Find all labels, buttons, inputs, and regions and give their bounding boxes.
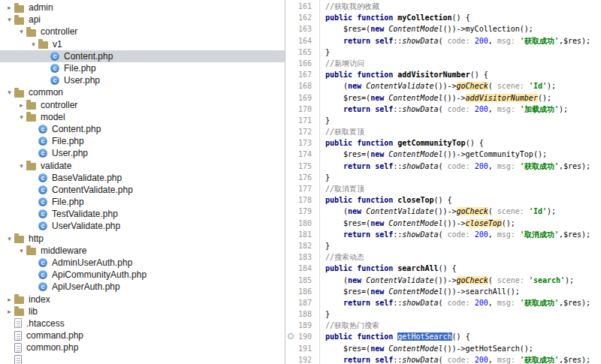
code-line[interactable]: public function closeTop() { xyxy=(320,194,601,206)
tree-item-model[interactable]: ▾model xyxy=(0,111,285,123)
line-number[interactable]: 188 xyxy=(285,308,319,320)
code-line[interactable]: $res=(new ContentModel())->closeTop(); xyxy=(320,218,601,229)
tree-item-index[interactable]: ▸index xyxy=(0,293,285,305)
tree-item-admin[interactable]: ▸admin xyxy=(0,2,285,14)
tree-item-apicommunityauth-php[interactable]: cApiCommunityAuth.php xyxy=(0,269,285,281)
code-line[interactable]: return self::showData( code: 200, msg: '… xyxy=(320,297,601,308)
code-line[interactable]: return self::showData( code: 200, msg: '… xyxy=(320,161,601,172)
line-number[interactable]: 162 xyxy=(285,12,319,23)
code-line[interactable]: (new ContentValidate())->goCheck( scene:… xyxy=(320,80,601,92)
line-number[interactable]: 190 xyxy=(285,331,319,342)
chevron-right-icon[interactable]: ▸ xyxy=(5,305,14,317)
tree-item-lib[interactable]: ▸lib xyxy=(0,305,285,317)
line-number[interactable]: 173 xyxy=(285,137,319,149)
chevron-down-icon[interactable]: ▾ xyxy=(17,111,26,123)
line-number[interactable]: 182 xyxy=(285,240,319,251)
tree-item-content-php[interactable]: cContent.php xyxy=(0,50,285,62)
tree-item-user-php[interactable]: cUser.php xyxy=(0,74,285,86)
code-line[interactable]: public function searchAll() { xyxy=(320,263,601,274)
line-number[interactable]: 186 xyxy=(285,286,319,297)
line-number[interactable]: 174 xyxy=(285,149,319,160)
tree-item-api[interactable]: ▾api xyxy=(0,14,285,26)
code-line[interactable]: public function getHotSearch() { xyxy=(320,331,601,342)
tree-item-uservalidate-php[interactable]: cUserValidate.php xyxy=(0,220,285,232)
line-number[interactable]: 176 xyxy=(285,172,319,183)
tree-item-adminuserauth-php[interactable]: cAdminUserAuth.php xyxy=(0,257,285,269)
code-line[interactable]: } xyxy=(320,172,601,183)
tree-item-http[interactable]: ▾http xyxy=(0,233,285,245)
code-line[interactable]: } xyxy=(320,115,601,126)
line-number[interactable]: 183 xyxy=(285,251,319,263)
code-line[interactable]: //获取置顶 xyxy=(320,126,601,137)
tree-item-common[interactable]: ▾common xyxy=(0,86,285,98)
tree-item-common-php[interactable]: common.php xyxy=(0,341,285,353)
code-line[interactable]: $res=(new ContentModel())->getHotSearch(… xyxy=(320,343,601,354)
project-tree[interactable]: ▸admin▾api▾controller▾v1cContent.phpcFil… xyxy=(0,0,285,364)
line-number[interactable]: 181 xyxy=(285,229,319,240)
chevron-right-icon[interactable]: ▸ xyxy=(5,2,14,14)
code-line[interactable]: } xyxy=(320,308,601,320)
line-number[interactable]: 175 xyxy=(285,161,319,172)
line-number[interactable]: 166 xyxy=(285,58,319,69)
code-line[interactable]: //取消置顶 xyxy=(320,183,601,194)
tree-item-v1[interactable]: ▾v1 xyxy=(0,38,285,50)
code-line[interactable]: (new ContentValidate())->goCheck( scene:… xyxy=(320,275,601,286)
line-number[interactable]: 161 xyxy=(285,1,319,12)
code-line[interactable]: $res=(new ContentModel())->getCommunityT… xyxy=(320,149,601,160)
editor-code[interactable]: //获取我的收藏public function myCollection() {… xyxy=(320,0,601,364)
line-number[interactable]: 163 xyxy=(285,23,319,35)
line-number[interactable]: 170 xyxy=(285,104,319,115)
tree-item-content-php[interactable]: cContent.php xyxy=(0,123,285,135)
line-number[interactable]: 171 xyxy=(285,115,319,126)
tree-item-user-php[interactable]: cUser.php xyxy=(0,147,285,159)
chevron-down-icon[interactable]: ▾ xyxy=(5,14,14,26)
tree-item-file-php[interactable]: cFile.php xyxy=(0,196,285,208)
line-number[interactable]: 187 xyxy=(285,297,319,308)
tree-item-testvalidate-php[interactable]: cTestValidate.php xyxy=(0,208,285,220)
tree-item--htaccess[interactable]: .htaccess xyxy=(0,317,285,329)
tree-item-file-php[interactable]: cFile.php xyxy=(0,135,285,147)
tree-item-validate[interactable]: ▾validate xyxy=(0,159,285,171)
code-line[interactable]: } xyxy=(320,47,601,58)
code-line[interactable]: //新增访问 xyxy=(320,58,601,69)
chevron-down-icon[interactable]: ▾ xyxy=(5,86,14,98)
code-line[interactable]: public function myCollection() { xyxy=(320,12,601,23)
code-line[interactable]: return self::showData( code: 200, msg: '… xyxy=(320,354,601,364)
chevron-down-icon[interactable]: ▾ xyxy=(5,233,14,245)
line-number[interactable]: 191 xyxy=(285,343,319,354)
tree-item-middleware[interactable]: ▾middleware xyxy=(0,245,285,257)
chevron-right-icon[interactable]: ▸ xyxy=(5,293,14,305)
tree-item-partial[interactable] xyxy=(0,353,285,364)
tree-item-contentvalidate-php[interactable]: cContentValidate.php xyxy=(0,184,285,196)
code-line[interactable]: //搜索动态 xyxy=(320,251,601,263)
chevron-down-icon[interactable]: ▾ xyxy=(29,38,38,50)
line-number[interactable]: 165 xyxy=(285,47,319,58)
code-line[interactable]: return self::showData( code: 200, msg: '… xyxy=(320,229,601,240)
tree-item-controller[interactable]: ▾controller xyxy=(0,26,285,38)
code-line[interactable]: $res=(new ContentModel())->myCollection(… xyxy=(320,23,601,35)
code-line[interactable]: return self::showData( code: 200, msg: '… xyxy=(320,104,601,115)
chevron-down-icon[interactable]: ▾ xyxy=(17,245,26,257)
code-line[interactable]: (new ContentValidate())->goCheck( scene:… xyxy=(320,206,601,217)
line-number[interactable]: 177 xyxy=(285,183,319,194)
code-line[interactable]: } xyxy=(320,240,601,251)
code-line[interactable]: //获取我的收藏 xyxy=(320,1,601,12)
chevron-down-icon[interactable]: ▾ xyxy=(17,160,26,172)
tree-item-apiuserauth-php[interactable]: cApiUserAuth.php xyxy=(0,281,285,293)
line-number[interactable]: 168 xyxy=(285,80,319,92)
line-number[interactable]: 180 xyxy=(285,218,319,229)
tree-item-controller[interactable]: ▸controller xyxy=(0,99,285,111)
line-number[interactable]: 169 xyxy=(285,92,319,104)
line-number[interactable]: 172 xyxy=(285,126,319,137)
gutter-marker-icon[interactable] xyxy=(288,333,294,339)
line-number[interactable]: 178 xyxy=(285,194,319,206)
line-number[interactable]: 192 xyxy=(285,354,319,364)
line-number[interactable]: 164 xyxy=(285,35,319,47)
code-line[interactable]: $res=(new ContentModel())->addVisitorNum… xyxy=(320,92,601,104)
code-line[interactable]: //获取热门搜索 xyxy=(320,320,601,331)
code-line[interactable]: public function getCommunityTop() { xyxy=(320,137,601,149)
code-line[interactable]: return self::showData( code: 200, msg: '… xyxy=(320,35,601,47)
code-line[interactable]: $res=(new ContentModel())->searchAll(); xyxy=(320,286,601,297)
chevron-right-icon[interactable]: ▸ xyxy=(17,99,26,111)
line-number[interactable]: 167 xyxy=(285,69,319,80)
